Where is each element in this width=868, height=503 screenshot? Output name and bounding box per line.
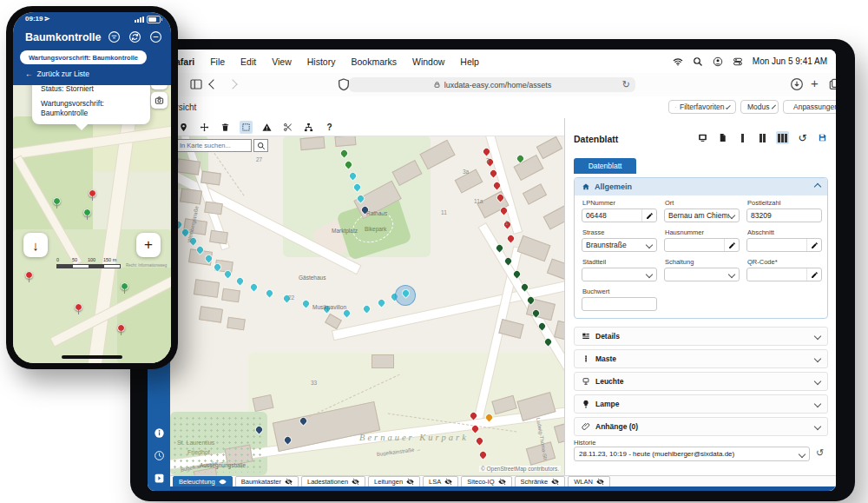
remove-circle-icon[interactable] [149, 30, 162, 43]
phone-map[interactable] [13, 85, 171, 363]
back-to-list-link[interactable]: ← Zurück zur Liste [25, 69, 89, 78]
field-input[interactable] [582, 300, 656, 308]
allgemein-header[interactable]: Allgemein [575, 178, 827, 195]
phone-map-pin[interactable] [89, 189, 96, 197]
marker-icon[interactable] [177, 121, 190, 134]
download-icon[interactable] [790, 77, 804, 91]
field-control[interactable] [582, 208, 657, 222]
filterfavoriten-button[interactable]: Filterfavoriten [668, 100, 736, 114]
menu-help[interactable]: Help [452, 56, 487, 67]
control-center-icon[interactable] [733, 56, 743, 67]
scissors-icon[interactable] [281, 121, 294, 134]
historie-select[interactable]: 28.11.23, 10:19 - heute (muehlberger@six… [574, 447, 810, 461]
section-maste[interactable]: Maste [574, 349, 828, 368]
camera-button[interactable] [151, 92, 168, 109]
map-marker[interactable] [235, 277, 244, 286]
user-circle-icon[interactable] [713, 56, 723, 67]
phone-map-pin[interactable] [83, 208, 91, 216]
map-canvas[interactable]: 2733a11a1112233RathausMarktplatzBikepark… [170, 136, 564, 475]
edit-pencil-button[interactable] [641, 209, 656, 222]
collapse-button[interactable]: ↓ [23, 233, 48, 257]
select-rect-icon[interactable] [240, 121, 253, 134]
selected-marker[interactable] [395, 285, 416, 306]
network-icon[interactable] [302, 121, 315, 134]
modus-button[interactable]: Modus [740, 100, 779, 114]
field-input[interactable] [582, 211, 641, 220]
clock-icon[interactable] [154, 450, 165, 461]
map-marker[interactable] [249, 283, 258, 292]
map-marker[interactable] [362, 305, 371, 314]
menu-history[interactable]: History [299, 56, 344, 67]
filter-circle-icon[interactable] [108, 30, 121, 43]
field-control[interactable]: Bernau am Chiemsee [664, 208, 740, 222]
columns-3-icon[interactable] [776, 131, 789, 144]
trash-icon[interactable] [219, 121, 232, 134]
screen-icon[interactable] [696, 131, 709, 144]
phone-map-pin[interactable] [75, 303, 82, 311]
info-icon[interactable] [154, 427, 165, 439]
tab-datenblatt[interactable]: Datenblatt [574, 158, 636, 174]
map-marker[interactable] [301, 300, 310, 308]
edit-pencil-button[interactable] [806, 268, 821, 281]
search-icon[interactable] [693, 56, 703, 67]
columns-1-icon[interactable] [736, 131, 749, 144]
field-control[interactable] [582, 297, 657, 311]
undo-icon[interactable]: ↺ [796, 131, 809, 144]
field-control[interactable]: Braunstraße [582, 238, 657, 252]
sidebar-icon[interactable] [189, 77, 203, 91]
phone-map-pin[interactable] [53, 197, 61, 205]
section-anh-nge-0-[interactable]: Anhänge (0) [574, 417, 828, 436]
edit-pencil-button[interactable] [724, 239, 739, 251]
edit-pencil-button[interactable] [806, 239, 821, 251]
back-icon[interactable] [210, 81, 224, 95]
field-control[interactable] [746, 238, 822, 252]
menu-window[interactable]: Window [404, 56, 452, 67]
historie-undo-icon[interactable]: ↺ [816, 447, 824, 459]
warning-icon[interactable] [260, 121, 273, 134]
map-marker[interactable] [377, 299, 385, 308]
save-icon[interactable] [816, 131, 829, 144]
url-bar[interactable]: luxdata-easy.com/home/assets ↻ [349, 77, 635, 92]
filter-pill[interactable]: Wartungsvorschrift: Baumkontrolle [20, 50, 147, 64]
field-control[interactable] [746, 268, 822, 281]
refresh-icon[interactable] [128, 30, 141, 43]
phone-map-pin[interactable] [25, 271, 33, 279]
field-input[interactable] [747, 241, 806, 249]
map-search-input[interactable] [175, 139, 252, 152]
map-view[interactable]: 2733a11a1112233RathausMarktplatzBikepark… [170, 118, 564, 475]
menu-view[interactable]: View [264, 56, 299, 67]
section-details[interactable]: Details [574, 327, 828, 346]
tabs-icon[interactable] [828, 77, 836, 91]
help-icon[interactable]: ? [323, 121, 336, 134]
field-input[interactable] [747, 211, 821, 220]
reload-icon[interactable]: ↻ [622, 79, 630, 90]
map-marker[interactable] [265, 289, 273, 298]
field-control[interactable] [582, 268, 657, 281]
field-control[interactable] [746, 208, 822, 222]
field-control[interactable] [664, 238, 740, 252]
add-button[interactable]: + [136, 233, 161, 257]
phone-map-pin[interactable] [117, 324, 125, 332]
panel-icon[interactable] [154, 473, 165, 484]
anpassungen-button[interactable]: Anpassungen [783, 100, 836, 114]
menu-file[interactable]: File [202, 56, 233, 67]
move-icon[interactable] [198, 121, 211, 134]
document-icon[interactable] [716, 131, 729, 144]
new-tab-icon[interactable]: + [811, 76, 825, 89]
section-lampe[interactable]: Lampe [574, 394, 828, 414]
map-search-button[interactable] [253, 139, 268, 152]
field-input[interactable] [665, 241, 724, 249]
menu-bookmarks[interactable]: Bookmarks [343, 56, 404, 67]
forward-icon[interactable] [229, 81, 243, 95]
menu-edit[interactable]: Edit [233, 56, 264, 67]
map-building [176, 158, 201, 175]
home-indicator[interactable] [62, 355, 122, 359]
section-leuchte[interactable]: Leuchte [574, 372, 828, 391]
map-marker[interactable] [342, 309, 351, 318]
field-input[interactable] [747, 270, 806, 279]
columns-2-icon[interactable] [756, 131, 769, 144]
wifi-icon[interactable] [673, 56, 683, 67]
field-control[interactable] [664, 268, 740, 281]
map-marker[interactable] [506, 235, 515, 243]
phone-map-pin[interactable] [121, 282, 128, 290]
